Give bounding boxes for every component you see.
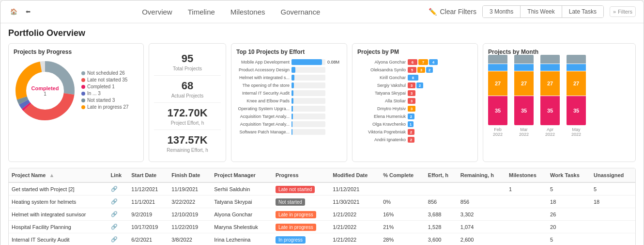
cell-unassigned: [591, 233, 635, 245]
monthly-seg-orange-feb: 27: [488, 71, 507, 96]
cell-start: 11/12/2021: [128, 182, 169, 196]
cell-modified: 1/21/2022: [330, 233, 380, 245]
home-icon[interactable]: 🏠: [8, 6, 19, 17]
col-pct[interactable]: % Complete: [380, 168, 425, 182]
cell-link[interactable]: 🔗: [108, 208, 129, 221]
nav-icons: 🏠 ⬅: [8, 6, 33, 17]
cell-effort: 856: [425, 196, 458, 208]
bar-label-0: Mobile App Development: [236, 60, 290, 65]
projects-table-container: Project Name ▲ Link Start Date Finish Da…: [8, 168, 636, 245]
donut-area: Completed 1 Not scheduled 26 Late not st…: [14, 59, 138, 122]
cell-start: 11/1/2021: [128, 196, 169, 208]
cell-finish: 11/22/2019: [169, 221, 211, 233]
bar-label-1: Product Accessory Design: [236, 67, 290, 72]
col-project-name[interactable]: Project Name ▲: [9, 168, 108, 182]
actual-projects-number: 68: [157, 80, 218, 92]
pm-row-10: Andrii Ignatenko 2: [357, 137, 473, 143]
col-start-date[interactable]: Start Date: [128, 168, 169, 182]
cell-project-name: Get started with Project [2]: [9, 182, 108, 196]
back-icon[interactable]: ⬅: [23, 6, 33, 17]
cell-status: In progress: [273, 233, 330, 245]
stat-total-projects: 95 Total Projects: [154, 49, 221, 76]
col-work-tasks[interactable]: Work Tasks: [547, 168, 591, 182]
cell-link[interactable]: 🔗: [108, 196, 129, 208]
cell-finish: 3/8/2022: [169, 233, 211, 245]
projects-table: Project Name ▲ Link Start Date Finish Da…: [9, 168, 635, 245]
bar-fill-0: [291, 59, 322, 65]
remaining-effort-label: Remaining Effort, h: [157, 147, 218, 153]
donut-chart: Completed 1: [14, 59, 77, 122]
monthly-seg-blue-feb: [488, 55, 507, 64]
col-unassigned[interactable]: Unassigned: [591, 168, 635, 182]
cell-effort: 3,600: [425, 233, 458, 245]
cell-tasks: 26: [547, 208, 591, 221]
cell-unassigned: 18: [591, 196, 635, 208]
bar-track-0: [291, 59, 325, 65]
cell-finish: 11/19/2021: [169, 182, 211, 196]
cell-finish: 12/10/2019: [169, 208, 211, 221]
cell-remaining: 2,600: [458, 233, 506, 245]
progress-chart-title: Projects by Progress: [14, 49, 138, 55]
tab-timeline[interactable]: Timeline: [188, 6, 215, 18]
bar-row-9: Software Patch Manage...: [236, 129, 342, 135]
cell-pm: Alyona Gonchar: [211, 208, 273, 221]
bar-label-9: Software Patch Manage...: [236, 130, 290, 134]
filter-3months[interactable]: 3 Months: [483, 6, 521, 17]
col-finish-date[interactable]: Finish Date: [169, 168, 211, 182]
tab-governance[interactable]: Governance: [281, 6, 321, 18]
cell-milestones: [506, 221, 547, 233]
filters-collapse-button[interactable]: » Filters: [610, 6, 636, 17]
filter-pills: 3 Months This Week Late Tasks: [482, 5, 604, 18]
cell-finish: 3/22/2022: [169, 196, 211, 208]
bar-row-1: Product Accessory Design: [236, 67, 342, 73]
bar-label-6: Operating System Upgra...: [236, 106, 290, 111]
pm-row-9: Viktoria Pogrebniak 2: [357, 129, 473, 135]
col-effort[interactable]: Effort, h: [425, 168, 458, 182]
pm-row-5: Alla Stoliar 3: [357, 98, 473, 104]
monthly-col-apr: 27 35 Apr2022: [540, 55, 560, 137]
header-tabs: Overview Timeline Milestones Governance: [43, 6, 419, 18]
cell-project-name: Internal IT Security Audit: [9, 233, 108, 245]
pm-row-4: Tatyana Skrypai 3: [357, 90, 473, 96]
col-pm[interactable]: Project Manager: [211, 168, 273, 182]
cell-pct: 28%: [380, 233, 425, 245]
cell-modified: 11/12/2021: [330, 182, 380, 196]
stat-project-effort: 172.70K Project Effort, h: [154, 103, 221, 130]
col-modified[interactable]: Modified Date: [330, 168, 380, 182]
cell-link[interactable]: 🔗: [108, 221, 129, 233]
cell-effort: [425, 182, 458, 196]
cell-unassigned: [591, 221, 635, 233]
tab-overview[interactable]: Overview: [142, 6, 172, 18]
col-remaining[interactable]: Remaining, h: [458, 168, 506, 182]
monthly-label-feb: Feb2022: [493, 127, 503, 137]
top10-bars: Mobile App Development 0.08M Product Acc…: [236, 59, 342, 135]
filter-late-tasks[interactable]: Late Tasks: [562, 6, 603, 17]
clear-filters-button[interactable]: ✏️ Clear Filters: [429, 8, 476, 16]
pm-row-3: Sergiy Vakshul 3 2: [357, 82, 473, 88]
cell-pct: 21%: [380, 221, 425, 233]
cell-modified: 11/30/2021: [330, 196, 380, 208]
cell-unassigned: [591, 208, 635, 221]
cell-pct: [380, 182, 425, 196]
content-area: Portfolio Overview Projects by Progress: [0, 23, 644, 245]
cell-pm: Serhii Salduhin: [211, 182, 273, 196]
cell-link[interactable]: 🔗: [108, 182, 129, 196]
cell-tasks: 20: [547, 221, 591, 233]
stats-card: 95 Total Projects 68 Actual Projects 172…: [149, 43, 226, 162]
legend-not-scheduled: Not scheduled 26: [87, 70, 125, 76]
bar-label-7: Acquisition Target Analy...: [236, 114, 290, 119]
cell-link[interactable]: 🔗: [108, 233, 129, 245]
donut-center-label: Completed 1: [31, 85, 59, 97]
cell-pm: Tatyana Skrypai: [211, 196, 273, 208]
col-progress[interactable]: Progress: [273, 168, 330, 182]
monthly-chart-card: Projects by Month 27 35 Feb2022: [483, 43, 636, 162]
filters-label: Filters: [618, 9, 632, 15]
monthly-col-may: 27 35 May2022: [567, 55, 586, 137]
col-link: Link: [108, 168, 129, 182]
monthly-bars-area: 27 35 Feb2022 27 35 Mar2022: [488, 59, 630, 137]
filter-this-week[interactable]: This Week: [521, 6, 562, 17]
tab-milestones[interactable]: Milestones: [230, 6, 265, 18]
cell-status: Not started: [273, 196, 330, 208]
legend-completed: Completed 1: [87, 84, 115, 89]
col-milestones[interactable]: Milestones: [506, 168, 547, 182]
